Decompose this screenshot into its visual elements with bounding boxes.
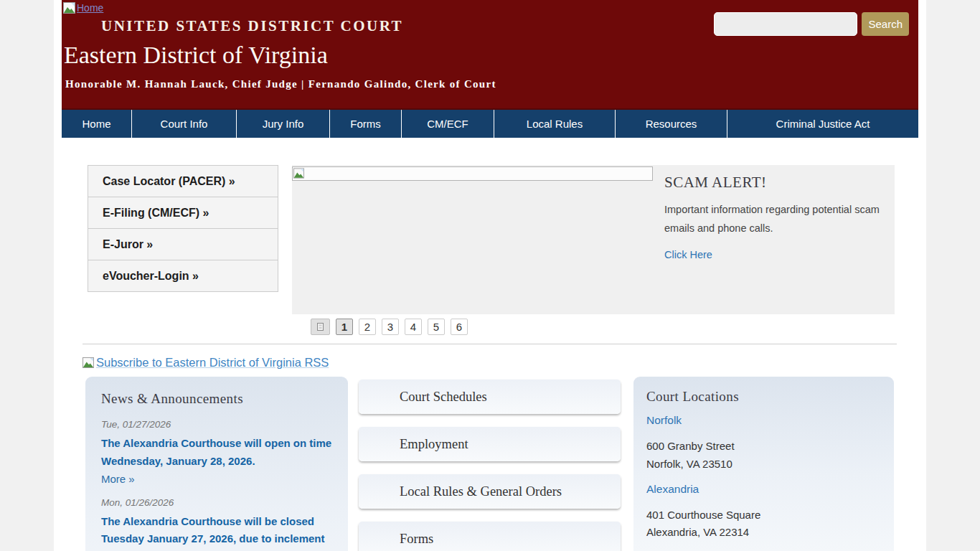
search-area: Search <box>714 12 909 36</box>
nav-item-home[interactable]: Home <box>62 110 131 138</box>
shortcut-local-rules-general-orders[interactable]: Local Rules & General Orders <box>359 474 621 509</box>
section-divider <box>83 344 897 344</box>
search-button[interactable]: Search <box>862 12 909 36</box>
scam-alert-body: Important information regarding potentia… <box>664 200 887 237</box>
carousel-page-4[interactable]: 4 <box>405 319 422 335</box>
quick-link-evoucher[interactable]: eVoucher-Login » <box>88 260 278 292</box>
announcement-carousel: SCAM ALERT! Important information regard… <box>292 165 895 314</box>
location-norfolk-address: 600 Granby Street Norfolk, VA 23510 <box>646 438 881 474</box>
quick-link-efiling[interactable]: E-Filing (CM/ECF) » <box>88 197 278 229</box>
shortcut-court-schedules[interactable]: Court Schedules <box>359 380 621 414</box>
nav-item-jury-info[interactable]: Jury Info <box>236 110 329 138</box>
home-link-label: Home <box>77 2 103 14</box>
broken-image-icon <box>293 168 304 179</box>
location-norfolk-link[interactable]: Norfolk <box>646 414 881 427</box>
location-item: Alexandria 401 Courthouse Square Alexand… <box>646 483 881 542</box>
carousel-page-5[interactable]: 5 <box>428 319 445 335</box>
top-content-row: Case Locator (PACER) » E-Filing (CM/ECF)… <box>88 165 918 335</box>
broken-image-icon <box>83 357 94 368</box>
shortcut-forms[interactable]: Forms <box>359 522 621 551</box>
address-line: 401 Courthouse Square <box>646 507 881 524</box>
news-item-title-link[interactable]: The Alexandria Courthouse will be closed… <box>101 513 332 551</box>
shortcut-buttons-column: Court Schedules Employment Local Rules &… <box>359 377 621 551</box>
page-title: Eastern District of Virginia <box>64 42 918 69</box>
rss-subscribe-link[interactable]: Subscribe to Eastern District of Virgini… <box>83 356 918 369</box>
carousel-page-2[interactable]: 2 <box>359 319 376 335</box>
nav-item-cmecf[interactable]: CM/ECF <box>401 110 494 138</box>
scam-alert-heading: SCAM ALERT! <box>664 174 887 192</box>
nav-item-court-info[interactable]: Court Info <box>131 110 236 138</box>
broken-image-icon <box>63 2 75 14</box>
news-announcements-panel: News & Announcements Tue, 01/27/2026 The… <box>85 377 348 551</box>
rss-subscribe-label: Subscribe to Eastern District of Virgini… <box>96 356 329 369</box>
address-line: 600 Granby Street <box>646 438 881 456</box>
slide-image-placeholder <box>292 166 653 181</box>
page: Home UNITED STATES DISTRICT COURT Easter… <box>54 0 926 551</box>
nav-item-local-rules[interactable]: Local Rules <box>494 110 615 138</box>
scam-alert-slide: SCAM ALERT! Important information regard… <box>664 174 887 261</box>
carousel-pause-button[interactable] <box>311 319 330 335</box>
search-input[interactable] <box>714 12 857 36</box>
broken-image-icon <box>317 323 324 331</box>
nav-item-forms[interactable]: Forms <box>329 110 401 138</box>
news-item-more-link[interactable]: More » <box>101 473 332 485</box>
main-nav: Home Court Info Jury Info Forms CM/ECF L… <box>62 108 918 138</box>
quick-link-ejuror[interactable]: E-Juror » <box>88 229 278 260</box>
news-heading: News & Announcements <box>101 391 332 407</box>
quick-link-case-locator[interactable]: Case Locator (PACER) » <box>88 166 278 197</box>
news-item-date: Mon, 01/26/2026 <box>101 497 332 508</box>
quick-links-menu: Case Locator (PACER) » E-Filing (CM/ECF)… <box>88 165 278 292</box>
nav-item-resources[interactable]: Resources <box>615 110 727 138</box>
court-locations-panel: Court Locations Norfolk 600 Granby Stree… <box>633 377 894 551</box>
address-line: Alexandria, VA 22314 <box>646 524 881 542</box>
location-alexandria-link[interactable]: Alexandria <box>646 483 881 496</box>
home-link[interactable]: Home <box>62 0 103 14</box>
court-locations-heading: Court Locations <box>646 389 881 405</box>
news-item-date: Tue, 01/27/2026 <box>101 419 332 430</box>
news-item: Tue, 01/27/2026 The Alexandria Courthous… <box>101 419 332 485</box>
carousel-column: SCAM ALERT! Important information regard… <box>292 165 895 335</box>
nav-item-criminal-justice-act[interactable]: Criminal Justice Act <box>727 110 918 138</box>
carousel-page-3[interactable]: 3 <box>382 319 399 335</box>
carousel-page-1[interactable]: 1 <box>336 319 353 335</box>
address-line: Norfolk, VA 23510 <box>646 456 881 474</box>
court-officials-subtitle: Honorable M. Hannah Lauck, Chief Judge |… <box>65 78 918 90</box>
location-item: Norfolk 600 Granby Street Norfolk, VA 23… <box>646 414 881 474</box>
location-alexandria-address: 401 Courthouse Square Alexandria, VA 223… <box>646 507 881 542</box>
news-item: Mon, 01/26/2026 The Alexandria Courthous… <box>101 497 332 551</box>
site-header: Home UNITED STATES DISTRICT COURT Easter… <box>62 0 918 108</box>
lower-content-columns: News & Announcements Tue, 01/27/2026 The… <box>85 377 918 551</box>
shortcut-employment[interactable]: Employment <box>359 427 621 461</box>
carousel-pagination: 1 2 3 4 5 6 <box>311 319 895 335</box>
scam-alert-click-here-link[interactable]: Click Here <box>664 249 712 260</box>
news-item-title-link[interactable]: The Alexandria Courthouse will open on t… <box>101 435 332 471</box>
carousel-page-6[interactable]: 6 <box>451 319 468 335</box>
